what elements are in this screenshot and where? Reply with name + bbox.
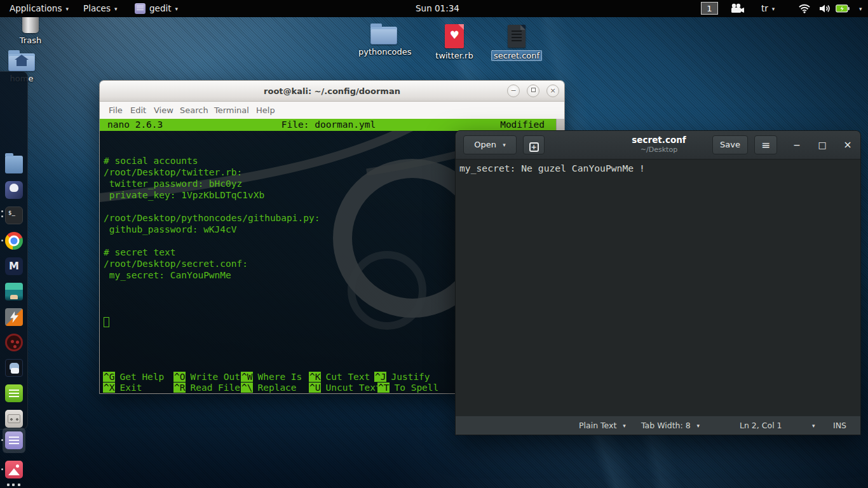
gedit-app-icon bbox=[135, 3, 146, 14]
gedit-headerbar[interactable]: Open ▾ + secret.conf ~/Desktop Save ≡ − … bbox=[456, 131, 860, 159]
clock[interactable]: Sun 01:34 bbox=[416, 0, 459, 17]
wifi-icon[interactable] bbox=[798, 4, 811, 13]
menu-file[interactable]: File bbox=[109, 102, 123, 119]
save-button-label: Save bbox=[720, 140, 740, 149]
minimize-icon: − bbox=[510, 86, 516, 95]
desktop-icon-secret-conf[interactable]: secret.conf bbox=[491, 25, 542, 61]
dock-item-mascot-app[interactable] bbox=[5, 181, 23, 199]
dock-item-terminal[interactable]: $_ bbox=[5, 207, 23, 224]
nano-line bbox=[104, 201, 320, 212]
gedit-minimize-button[interactable]: − bbox=[789, 139, 805, 152]
top-panel: Applications▾ Places▾ gedit▾ Sun 01:34 1… bbox=[0, 0, 868, 17]
nano-shortcut-replace: ^\Replace bbox=[241, 383, 297, 393]
dock-item-green-notes[interactable] bbox=[5, 384, 23, 402]
gedit-statusbar: Plain Text ▾ Tab Width: 8 ▾ Ln 2, Col 1 … bbox=[456, 416, 860, 435]
nano-shortcut-where-is: ^WWhere Is bbox=[241, 372, 302, 383]
new-tab-button[interactable]: + bbox=[523, 135, 545, 154]
menu-edit[interactable]: Edit bbox=[130, 102, 146, 119]
open-button[interactable]: Open ▾ bbox=[463, 135, 517, 154]
nano-shortcut-to-spell: ^TTo Spell bbox=[377, 383, 438, 393]
running-indicator-dot bbox=[1, 210, 3, 212]
trash-label: Trash bbox=[20, 36, 41, 45]
volume-icon[interactable] bbox=[818, 4, 831, 13]
terminal-minimize-button[interactable]: − bbox=[507, 85, 520, 97]
minimize-icon: − bbox=[793, 140, 801, 150]
trash-icon bbox=[22, 15, 39, 33]
cursor-position[interactable]: Ln 2, Col 1 bbox=[740, 416, 782, 435]
heart-icon: ♥ bbox=[445, 30, 464, 41]
running-indicator-dot bbox=[1, 468, 3, 470]
dock-item-character-app[interactable] bbox=[5, 283, 23, 301]
dock-item-burpsuite[interactable] bbox=[5, 308, 23, 326]
active-app-menu[interactable]: gedit▾ bbox=[135, 0, 178, 17]
chevron-down-icon: ▾ bbox=[623, 423, 626, 429]
desktop-icon-trash[interactable]: Trash bbox=[5, 15, 56, 46]
nano-line: /root/Desktop/twitter.rb: bbox=[104, 166, 320, 178]
house-icon bbox=[17, 60, 27, 66]
close-icon: × bbox=[550, 86, 555, 95]
running-indicator-dot bbox=[1, 215, 3, 217]
dock-item-media-app[interactable] bbox=[5, 410, 23, 428]
nano-text: # social accounts /root/Desktop/twitter.… bbox=[104, 155, 320, 281]
maximize-icon bbox=[531, 88, 536, 92]
gedit-close-button[interactable]: × bbox=[839, 139, 856, 152]
chevron-down-icon: ▾ bbox=[859, 6, 862, 12]
menu-terminal[interactable]: Terminal bbox=[214, 102, 249, 119]
chevron-down-icon: ▾ bbox=[697, 423, 700, 429]
workspace-indicator[interactable]: 1 bbox=[701, 2, 718, 15]
chevron-down-icon: ▾ bbox=[503, 142, 506, 148]
nano-modified-flag: Modified bbox=[500, 119, 545, 130]
language-selector[interactable]: Plain Text ▾ bbox=[579, 416, 626, 435]
battery-icon[interactable] bbox=[836, 4, 850, 13]
open-button-label: Open bbox=[474, 140, 496, 149]
terminal-titlebar[interactable]: root@kali: ~/.config/doorman − × bbox=[100, 81, 564, 102]
gedit-text-area[interactable]: my_secret: Ne guzel CanYouPwnMe ! bbox=[456, 159, 860, 416]
places-menu[interactable]: Places▾ bbox=[83, 0, 117, 17]
screen-recorder-icon[interactable] bbox=[729, 3, 745, 14]
desktop-icon-twitter-rb[interactable]: ♥ twitter.rb bbox=[429, 24, 480, 61]
insert-mode-indicator: INS bbox=[833, 416, 846, 435]
menu-button[interactable]: ≡ bbox=[754, 135, 777, 154]
nano-line: /root/Desktop/secret.conf: bbox=[104, 258, 320, 269]
terminal-maximize-button[interactable] bbox=[527, 85, 539, 97]
nano-shortcut-write-out: ^OWrite Out bbox=[173, 372, 240, 383]
nano-shortcut-cut-text: ^KCut Text bbox=[309, 372, 370, 383]
dock-item-image-viewer[interactable] bbox=[5, 461, 23, 478]
app-grid-icon[interactable] bbox=[7, 484, 21, 488]
chevron-down-icon: ▾ bbox=[175, 6, 179, 12]
nano-line: private_key: 1VpzKbLDTqC1vXb bbox=[104, 189, 320, 201]
nano-line: my_secret: CanYouPwnMe bbox=[104, 269, 320, 281]
conf-file-icon bbox=[508, 25, 526, 48]
dock: $_ M bbox=[0, 71, 28, 430]
dock-item-gedit[interactable] bbox=[5, 431, 23, 449]
pythoncodes-folder-icon bbox=[370, 27, 397, 44]
nano-header-bar: nano 2.6.3 File: doorman.yml Modified bbox=[100, 119, 557, 131]
gedit-maximize-button[interactable]: □ bbox=[814, 139, 831, 152]
dock-item-metasploit[interactable]: M bbox=[5, 257, 23, 275]
terminal-prompt-icon: $_ bbox=[8, 210, 15, 216]
menu-view[interactable]: View bbox=[154, 102, 173, 119]
dock-item-file-manager[interactable] bbox=[5, 156, 23, 173]
chevron-down-icon: ▾ bbox=[114, 6, 118, 12]
screen: Trash home pythoncodes ♥ twitter.rb secr… bbox=[0, 0, 868, 488]
nano-line: # secret text bbox=[104, 247, 320, 258]
desktop-icon-pythoncodes[interactable]: pythoncodes bbox=[358, 27, 409, 57]
metasploit-m-icon: M bbox=[9, 260, 19, 272]
keyboard-layout-indicator[interactable]: tr▾ bbox=[761, 0, 775, 17]
save-button[interactable]: Save bbox=[712, 135, 748, 154]
dock-item-red-circle-app[interactable] bbox=[5, 334, 23, 351]
gedit-window: Open ▾ + secret.conf ~/Desktop Save ≡ − … bbox=[455, 130, 861, 435]
dock-item-beef[interactable] bbox=[5, 359, 23, 377]
system-menu[interactable]: ▾ bbox=[855, 0, 862, 17]
dock-item-chrome[interactable] bbox=[5, 232, 23, 250]
applications-menu[interactable]: Applications▾ bbox=[10, 0, 69, 17]
nano-filename: File: doorman.yml bbox=[100, 119, 557, 130]
nano-shortcut-justify: ^JJustify bbox=[374, 372, 430, 383]
tab-width-selector[interactable]: Tab Width: 8 ▾ bbox=[641, 416, 700, 435]
position-dropdown[interactable]: ▾ bbox=[808, 416, 815, 435]
terminal-close-button[interactable]: × bbox=[546, 85, 559, 97]
pythoncodes-label: pythoncodes bbox=[358, 47, 412, 57]
ruby-file-icon: ♥ bbox=[445, 24, 464, 48]
menu-help[interactable]: Help bbox=[256, 102, 275, 119]
menu-search[interactable]: Search bbox=[180, 102, 208, 119]
